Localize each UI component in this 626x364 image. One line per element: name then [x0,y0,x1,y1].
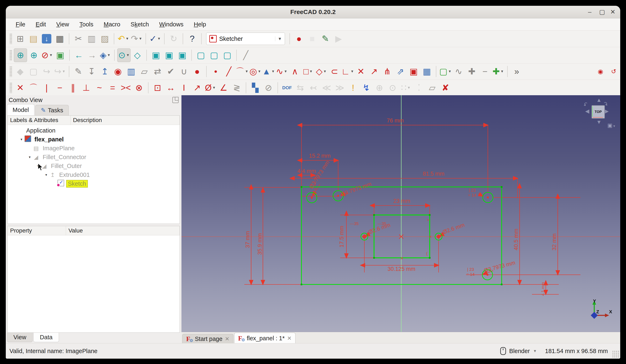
symmetry-tool-icon[interactable]: ⊕ [373,81,386,94]
fit-all-icon[interactable]: ⊕ [14,48,27,62]
create-group-icon[interactable]: ▢ [27,65,40,78]
select-dof-icon[interactable]: ≪ [320,81,333,94]
bspline-comb-icon[interactable]: ∿ [452,65,465,78]
expand-arrow-icon[interactable]: ▾ [19,137,24,142]
dropdown-arrow-icon[interactable]: ▼ [139,37,142,41]
nav-style-selector[interactable]: Blender [509,348,530,355]
sketch-dimension-label[interactable]: 4.4 mm [297,168,316,174]
select-redundant-icon[interactable]: ↢ [307,81,320,94]
dropdown-arrow-icon[interactable]: ▼ [501,70,504,73]
sketch-dimension-label[interactable]: 35.9 mm [257,233,263,255]
delete-all-constraints-icon[interactable]: ✘ [439,81,452,94]
tree-header-description[interactable]: Description [71,116,180,125]
sketch-dimension-label[interactable]: = 14 [468,193,476,197]
toolbar-drag-handle[interactable] [9,82,12,93]
make-sublink-icon[interactable]: ↪▼ [53,65,66,78]
nav-left-arrow-icon[interactable]: ◀ [585,108,589,114]
nav-cube-menu-icon[interactable]: ▣ [607,122,612,129]
sketch-dimension-label[interactable]: 30.125 mm [388,266,415,272]
dropdown-arrow-icon[interactable]: ▼ [323,70,327,73]
nav-back-icon[interactable]: ← [72,49,85,62]
dropdown-arrow-icon[interactable]: ▼ [284,70,287,73]
toolbar-overflow-icon[interactable]: » [510,65,523,78]
nav-cube-top-face[interactable]: TOP [591,105,605,119]
constrain-tangent-icon[interactable]: ~ [93,81,106,94]
dropdown-arrow-icon[interactable]: ▼ [126,53,130,57]
macro-play-icon[interactable]: ▶ [332,32,345,45]
create-polygon-icon[interactable]: ◇▼ [315,65,328,78]
constrain-parallel-icon[interactable]: ∥ [67,81,79,94]
edit-controls-icon[interactable]: ▢▼ [439,65,452,78]
dropdown-arrow-icon[interactable]: ▼ [258,70,261,73]
extend-edge-icon[interactable]: ↗ [368,65,380,78]
fit-selection-icon[interactable]: ⊕ [27,49,40,62]
constrain-symmetric-icon[interactable]: >< [119,81,132,94]
carbon-copy-icon[interactable]: ▣ [407,65,420,78]
save-icon[interactable]: ↓ [40,32,53,45]
constrain-diameter-icon[interactable]: Ø▼ [204,81,217,94]
view-sketch-icon[interactable]: ◉ [112,65,124,78]
tab-view[interactable]: View [7,333,33,342]
paste-icon[interactable]: ▨ [98,32,111,45]
constrain-coincident-icon[interactable]: ✕ [14,81,27,94]
view-rear-icon[interactable]: ▢ [195,49,207,62]
decrease-degree-icon[interactable]: − [479,65,491,78]
dof-icon[interactable]: DOF [281,81,293,94]
nav-style-dropdown-icon[interactable]: ▼ [533,349,537,353]
macro-edit-icon[interactable]: ✎ [319,32,332,45]
navigation-cube[interactable]: ↶ ↷ ▲ ◀ ▶ ▼ TOP ▣ ▼ [583,99,614,130]
sketch-dimension-label[interactable]: ✕ [429,235,432,239]
constrain-block-icon[interactable]: ⊗ [133,81,145,94]
redo-icon[interactable]: ↷▼ [130,32,143,45]
dropdown-arrow-icon[interactable]: ▼ [271,70,275,73]
dropdown-arrow-icon[interactable]: ▼ [351,70,354,73]
sketch-dimension-label[interactable]: 17.5 mm [339,226,345,247]
tree-item-imageplane[interactable]: ▤ImagePlane [8,144,180,153]
nav-forward-icon[interactable]: → [85,49,98,62]
attach-sketch-icon[interactable]: ↧ [85,65,98,78]
tree-header-labels[interactable]: Labels & Attributes [8,116,71,125]
macro-record-icon[interactable]: ● [293,32,305,45]
tab-tasks[interactable]: ✎Tasks [35,105,69,115]
create-part-icon[interactable]: ◆ [14,65,27,78]
sketch-dimension-label[interactable]: 15.2 mm [309,153,331,159]
axonometric-icon[interactable]: ◇ [131,49,144,62]
insert-knot-icon[interactable]: ✚ [465,65,478,78]
select-conflicting-icon[interactable]: ⇆ [294,81,307,94]
sketch-dimension-label[interactable]: 76 mm [387,117,404,124]
toggle-active-icon[interactable]: ⊘ [262,81,275,94]
zoom-icon[interactable]: ⊙▼ [117,48,130,62]
new-file-icon[interactable]: ⊞ [14,32,27,45]
menu-help[interactable]: Help [190,20,210,29]
menu-tools[interactable]: Tools [76,20,97,29]
measure-distance-icon[interactable]: ╱ [239,49,252,62]
constrain-equal-icon[interactable]: = [106,81,119,94]
open-file-icon[interactable]: ▤ [27,32,40,45]
constrain-point-on-object-icon[interactable]: ⌒ [27,81,40,94]
map-sketch-icon[interactable]: ▱ [138,65,151,78]
minimize-button[interactable]: – [584,6,595,18]
make-link-icon[interactable]: ↪ [40,65,53,78]
menu-sketch[interactable]: Sketch [127,20,153,29]
dropdown-arrow-icon[interactable]: ▼ [448,70,452,73]
group-tool-icon[interactable]: ∷▼ [399,81,412,94]
float-panel-icon[interactable] [172,97,179,103]
sketch-dimension-label[interactable]: ( [426,251,428,256]
toolbar-drag-handle[interactable] [9,33,12,44]
constrain-perpendicular-icon[interactable]: ⊥ [80,81,93,94]
external-geometry-icon[interactable]: ⇗ [394,65,407,78]
sketch-dimension-label[interactable]: —35 [350,221,358,226]
expand-arrow-icon[interactable]: ▾ [27,155,32,159]
create-slot-icon[interactable]: ⊂ [328,65,341,78]
dropdown-arrow-icon[interactable]: ▼ [212,86,216,90]
sketch-dimension-label[interactable]: Ø2.6 mm [442,221,466,235]
sketcher-leave-red-icon[interactable]: ◉ [594,65,607,78]
sketch-dimension-label[interactable]: Ø3.7973 mm [483,259,516,274]
show-hide-constraints-icon[interactable]: ! [347,81,359,94]
maximize-button[interactable]: ▢ [596,6,608,18]
view-left-icon[interactable]: ▢ [221,49,234,62]
sketch-dimension-label[interactable]: 32 mm [551,234,557,251]
dropdown-arrow-icon[interactable]: ▼ [62,70,66,73]
refresh-icon[interactable]: ↻ [167,32,180,45]
dropdown-arrow-icon[interactable]: ▼ [309,70,313,73]
